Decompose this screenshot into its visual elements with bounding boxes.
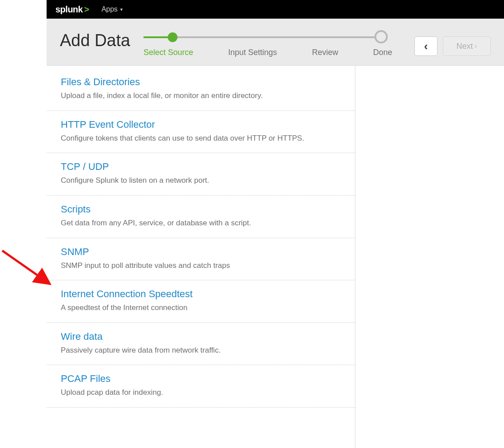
source-list: Files & Directories Upload a file, index… [47, 66, 355, 448]
source-item-pcap-files[interactable]: PCAP Files Upload pcap data for indexing… [47, 365, 355, 408]
source-desc: A speedtest of the Internet connection [61, 303, 309, 314]
source-desc: SNMP input to poll attribute values and … [61, 260, 309, 271]
source-item-speedtest[interactable]: Internet Connection Speedtest A speedtes… [47, 280, 355, 323]
source-title: SNMP [61, 246, 341, 258]
source-desc: Get data from any API, service, or datab… [61, 218, 309, 229]
next-button: Next › [443, 36, 491, 56]
source-title: TCP / UDP [61, 161, 341, 173]
source-item-http-event-collector[interactable]: HTTP Event Collector Configure tokens th… [47, 111, 355, 153]
chevron-down-icon: ▾ [120, 7, 123, 12]
source-item-tcp-udp[interactable]: TCP / UDP Configure Splunk to listen on … [47, 153, 355, 196]
detail-pane [355, 66, 504, 448]
step-dot-active [168, 32, 177, 42]
source-title: Internet Connection Speedtest [61, 288, 341, 300]
stepper-track [143, 30, 392, 43]
step-label-review: Review [312, 48, 338, 57]
next-button-label: Next [457, 42, 473, 51]
wizard-nav-buttons: ‹ Next › [414, 36, 491, 56]
topbar: splunk> Apps ▾ [47, 0, 504, 19]
page-title: Add Data [60, 31, 130, 50]
step-ring-done [374, 30, 388, 43]
step-label-select-source[interactable]: Select Source [143, 48, 193, 57]
source-item-snmp[interactable]: SNMP SNMP input to poll attribute values… [47, 238, 355, 281]
apps-menu-label: Apps [102, 5, 118, 13]
source-title: Scripts [61, 204, 341, 215]
source-title: HTTP Event Collector [61, 119, 341, 130]
wizard-stepper: Select Source Input Settings Review Done [143, 30, 392, 57]
source-desc: Configure Splunk to listen on a network … [61, 175, 309, 186]
source-title: Wire data [61, 331, 341, 342]
source-item-files-directories[interactable]: Files & Directories Upload a file, index… [47, 66, 355, 111]
chevron-left-icon: ‹ [424, 39, 428, 53]
source-item-wire-data[interactable]: Wire data Passively capture wire data fr… [47, 323, 355, 365]
source-item-scripts[interactable]: Scripts Get data from any API, service, … [47, 196, 355, 238]
stepper-line [173, 36, 382, 38]
wizard-header: Add Data Select Source Input Settings Re… [47, 19, 504, 66]
content-area: Files & Directories Upload a file, index… [47, 66, 504, 448]
apps-menu[interactable]: Apps ▾ [102, 5, 123, 13]
logo-chevron-icon: > [84, 4, 89, 15]
step-label-done: Done [373, 48, 392, 57]
source-desc: Upload a file, index a local file, or mo… [61, 90, 309, 102]
chevron-right-icon: › [475, 42, 477, 50]
stepper-labels: Select Source Input Settings Review Done [143, 48, 392, 57]
source-title: Files & Directories [61, 76, 341, 88]
back-button[interactable]: ‹ [414, 36, 437, 56]
source-desc: Passively capture wire data from network… [61, 345, 309, 356]
source-desc: Configure tokens that clients can use to… [61, 133, 309, 144]
source-desc: Upload pcap data for indexing. [61, 387, 309, 398]
logo-text: splunk [55, 4, 83, 15]
step-label-input-settings: Input Settings [228, 48, 277, 57]
left-gutter [0, 0, 47, 448]
source-title: PCAP Files [61, 373, 341, 385]
splunk-logo[interactable]: splunk> [55, 4, 89, 15]
